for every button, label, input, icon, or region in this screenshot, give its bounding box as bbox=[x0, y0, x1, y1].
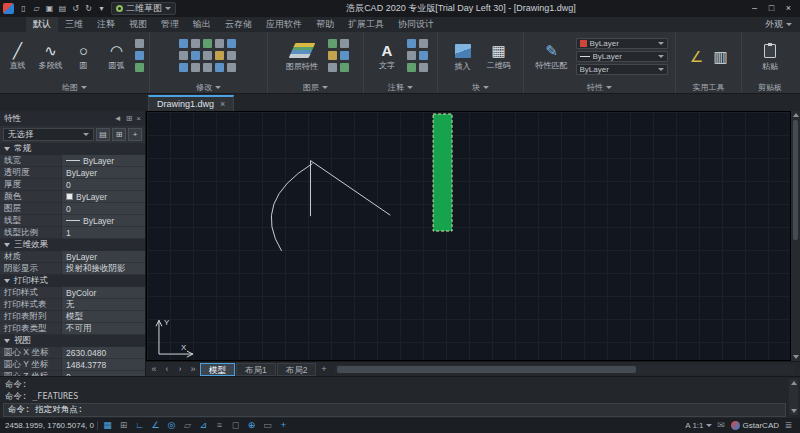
message-icon[interactable]: ✉ bbox=[715, 419, 728, 432]
dyn-toggle[interactable]: ≡ bbox=[213, 419, 226, 432]
dimension-icon[interactable] bbox=[407, 39, 416, 48]
measure-tool[interactable]: ∠ bbox=[687, 48, 707, 65]
panel-label-utility[interactable]: 实用工具 bbox=[676, 81, 741, 93]
ribbon-tab-manage[interactable]: 管理 bbox=[154, 17, 186, 32]
transparency-toggle[interactable]: ⊕ bbox=[245, 419, 258, 432]
save-icon[interactable]: ▣ bbox=[43, 2, 56, 15]
section-plot-style[interactable]: 打印样式 bbox=[0, 275, 145, 287]
property-value[interactable]: 投射和接收阴影 bbox=[62, 263, 145, 275]
ribbon-tab-apps[interactable]: 应用软件 bbox=[259, 17, 309, 32]
fillet-icon[interactable] bbox=[191, 51, 200, 60]
circle-tool[interactable]: ○ 圆 bbox=[69, 42, 98, 71]
explode-icon[interactable] bbox=[203, 51, 212, 60]
dim-style-icon[interactable] bbox=[407, 63, 416, 72]
chamfer-icon[interactable] bbox=[203, 63, 212, 72]
array-icon[interactable] bbox=[179, 63, 188, 72]
ribbon-tab-default[interactable]: 默认 bbox=[26, 17, 58, 32]
workspace-selector[interactable]: 二维草图 bbox=[111, 2, 176, 15]
property-value[interactable]: 无 bbox=[62, 299, 145, 311]
rotate-icon[interactable] bbox=[191, 39, 200, 48]
appearance-menu[interactable]: 外观 bbox=[757, 17, 800, 32]
layer-freeze-icon[interactable] bbox=[340, 39, 349, 48]
palette-close-icon[interactable]: × bbox=[136, 114, 141, 123]
snap-toggle[interactable]: ⊞ bbox=[117, 419, 130, 432]
lineweight-combo[interactable]: ByLayer bbox=[576, 51, 668, 62]
scrollbar-thumb[interactable] bbox=[337, 366, 635, 373]
open-file-icon[interactable]: ▱ bbox=[30, 2, 43, 15]
grid-toggle[interactable]: ▦ bbox=[101, 419, 114, 432]
property-value[interactable]: ByLayer bbox=[62, 191, 145, 203]
last-layout-button[interactable]: » bbox=[187, 363, 199, 376]
selection-dropdown[interactable]: 无选择 bbox=[3, 128, 94, 141]
ribbon-tab-cloud[interactable]: 云存储 bbox=[218, 17, 259, 32]
ribbon-tab-3d[interactable]: 三维 bbox=[58, 17, 90, 32]
ribbon-tab-annotate[interactable]: 注释 bbox=[90, 17, 122, 32]
section-3d-effects[interactable]: 三维效果 bbox=[0, 239, 145, 251]
linetype-combo[interactable]: ByLayer bbox=[576, 64, 668, 75]
section-view[interactable]: 视图 bbox=[0, 335, 145, 347]
layer-walk-icon[interactable] bbox=[340, 63, 349, 72]
scroll-up-icon[interactable] bbox=[791, 381, 797, 385]
ellipse-icon[interactable] bbox=[135, 63, 144, 72]
selection-cycling-toggle[interactable]: ▭ bbox=[261, 419, 274, 432]
property-value[interactable]: 0 bbox=[62, 179, 145, 191]
panel-label-block[interactable]: 块 bbox=[438, 81, 523, 93]
quick-select-tool[interactable]: ▥ bbox=[711, 48, 731, 65]
scale-icon[interactable] bbox=[227, 51, 236, 60]
paste-tool[interactable]: 粘贴 bbox=[754, 42, 786, 72]
property-value[interactable]: ByLayer bbox=[62, 167, 145, 179]
palette-settings-icon[interactable]: ⊞ bbox=[126, 114, 133, 123]
layer-properties-tool[interactable]: 图层特性 bbox=[280, 41, 324, 72]
layer-lock-icon[interactable] bbox=[328, 51, 337, 60]
qat-more-icon[interactable]: ▾ bbox=[95, 2, 108, 15]
command-scrollbar[interactable] bbox=[789, 379, 798, 415]
otrack-toggle[interactable]: ▱ bbox=[181, 419, 194, 432]
property-value[interactable]: ByLayer bbox=[62, 155, 145, 167]
first-layout-button[interactable]: « bbox=[148, 363, 160, 376]
property-value[interactable]: 0 bbox=[62, 203, 145, 215]
property-value[interactable]: ByLayer bbox=[62, 251, 145, 263]
new-file-icon[interactable]: ▯ bbox=[17, 2, 30, 15]
trim-icon[interactable] bbox=[203, 39, 212, 48]
ribbon-tab-help[interactable]: 帮助 bbox=[309, 17, 341, 32]
ribbon-tab-express[interactable]: 扩展工具 bbox=[341, 17, 391, 32]
mtext-icon[interactable] bbox=[419, 51, 428, 60]
scrollbar-thumb[interactable] bbox=[793, 120, 798, 240]
close-button[interactable]: × bbox=[780, 1, 797, 16]
print-icon[interactable]: ▤ bbox=[56, 2, 69, 15]
align-icon[interactable] bbox=[215, 63, 224, 72]
selected-hatch-rectangle[interactable] bbox=[433, 114, 452, 231]
layout-tab-model[interactable]: 模型 bbox=[200, 363, 235, 376]
object-color-combo[interactable]: ByLayer bbox=[576, 38, 668, 49]
scroll-down-icon[interactable] bbox=[793, 355, 799, 359]
property-value[interactable]: 不可用 bbox=[62, 323, 145, 335]
stretch-icon[interactable] bbox=[215, 51, 224, 60]
property-value[interactable]: 1 bbox=[62, 227, 145, 239]
panel-label-draw[interactable]: 绘图 bbox=[0, 81, 149, 93]
ortho-toggle[interactable]: ∟ bbox=[133, 419, 146, 432]
property-value[interactable]: ByLayer bbox=[62, 215, 145, 227]
quick-select-button[interactable]: + bbox=[128, 128, 142, 141]
ducs-toggle[interactable]: ⊿ bbox=[197, 419, 210, 432]
panel-label-modify[interactable]: 修改 bbox=[150, 81, 267, 93]
layer-on-icon[interactable] bbox=[328, 39, 337, 48]
insert-block-tool[interactable]: 插入 bbox=[447, 42, 479, 72]
panel-label-layer[interactable]: 图层 bbox=[268, 81, 363, 93]
document-tab[interactable]: Drawing1.dwg × bbox=[148, 95, 234, 111]
ribbon-tab-view[interactable]: 视图 bbox=[122, 17, 154, 32]
rectangle-icon[interactable] bbox=[135, 39, 144, 48]
move-icon[interactable] bbox=[179, 39, 188, 48]
ribbon-tab-collaboration[interactable]: 协同设计 bbox=[391, 17, 441, 32]
layer-match-icon[interactable] bbox=[328, 63, 337, 72]
break-icon[interactable] bbox=[227, 63, 236, 72]
drawing-canvas[interactable]: Y X bbox=[146, 111, 791, 361]
panel-label-clipboard[interactable]: 剪贴板 bbox=[742, 81, 798, 93]
layout-tab-layout1[interactable]: 布局1 bbox=[236, 363, 276, 376]
minimize-button[interactable]: – bbox=[746, 1, 763, 16]
close-tab-icon[interactable]: × bbox=[220, 99, 225, 109]
table-icon[interactable] bbox=[407, 51, 416, 60]
polyline-tool[interactable]: ∿ 多段线 bbox=[36, 42, 65, 71]
panel-label-properties[interactable]: 特性 bbox=[524, 81, 675, 93]
line-arc-sketch[interactable] bbox=[271, 161, 390, 251]
undo-icon[interactable]: ↺ bbox=[69, 2, 82, 15]
